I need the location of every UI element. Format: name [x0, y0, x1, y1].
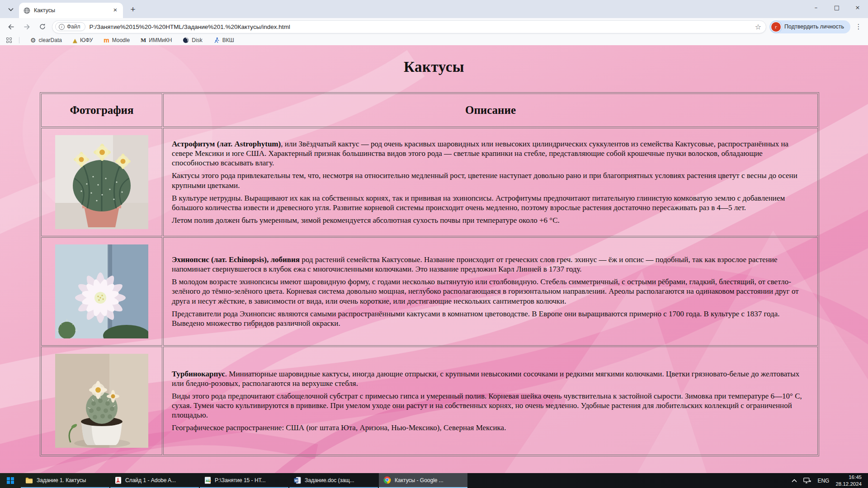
- letter-m-icon: M: [141, 37, 146, 44]
- echinopsis-image: [55, 244, 148, 338]
- back-arrow-icon: [7, 23, 15, 31]
- taskbar-item-chrome[interactable]: Кактусы - Google ...: [379, 473, 467, 488]
- bookmarks-bar: ⚙ clearData ▲ ЮФУ m Moodle M ИММиКН Disk: [0, 35, 868, 45]
- paragraph: Летом полив должен быть умеренным, зимой…: [172, 216, 809, 225]
- bookmark-disk[interactable]: Disk: [183, 37, 202, 43]
- verify-identity-button[interactable]: г Подтвердить личность: [769, 20, 850, 33]
- taskbar-item-label: Задание 1. Кактусы: [37, 477, 86, 483]
- file-scheme-label: Файл: [67, 23, 80, 30]
- bookmark-label: Moodle: [112, 37, 130, 43]
- system-tray: ENG 16:45 28.12.2024: [785, 473, 868, 488]
- chrome-icon: [383, 476, 391, 484]
- taskbar-item-label: P:\Занятие 15 - HT...: [215, 477, 266, 483]
- editor-icon: [204, 477, 211, 484]
- reload-button[interactable]: [36, 20, 49, 33]
- triangle-icon: ▲: [73, 38, 77, 43]
- gear-icon: ⚙: [30, 37, 36, 43]
- close-button[interactable]: ×: [847, 0, 868, 14]
- bookmark-yufu[interactable]: ▲ ЮФУ: [73, 37, 93, 43]
- bookmarks-divider: [19, 37, 19, 43]
- taskbar-item-label: Слайд 1 - Adobe A...: [125, 477, 176, 483]
- browser-menu-icon[interactable]: ⋮: [854, 23, 863, 31]
- taskbar-item-editor[interactable]: P:\Занятие 15 - HT...: [200, 473, 288, 488]
- windows-taskbar: Задание 1. Кактусы Слайд 1 - Adobe A... …: [0, 473, 868, 488]
- tab-title: Кактусы: [34, 7, 108, 14]
- forward-arrow-icon: [23, 23, 31, 31]
- start-button[interactable]: [0, 473, 21, 488]
- bookmark-vksh[interactable]: ВКШ: [213, 37, 234, 43]
- paragraph: Географическое распространение: США (юг …: [172, 423, 809, 432]
- paragraph: В молодом возрасте эхинопсисы имеют шаро…: [172, 277, 809, 305]
- page-title: Кактусы: [0, 45, 868, 75]
- taskbar-item-acrobat[interactable]: Слайд 1 - Adobe A...: [110, 473, 199, 488]
- apps-grid-icon[interactable]: [6, 38, 12, 43]
- language-indicator[interactable]: ENG: [817, 478, 829, 484]
- paragraph: Кактусы этого рода привлекательны тем, ч…: [172, 171, 809, 190]
- astrophytum-photo: [41, 128, 162, 236]
- tab-search-button[interactable]: [5, 3, 17, 16]
- column-header-description: Описание: [163, 94, 818, 127]
- verify-identity-label: Подтвердить личность: [784, 23, 844, 30]
- table-header-row: Фотография Описание: [41, 94, 818, 127]
- turbinicarpus-description: Турбинокарпус. Миниатюрные шаровидные ка…: [163, 347, 818, 455]
- species-name: Астрофитум (лат. Astrophytum): [172, 140, 281, 148]
- table-row: Эхинопсис (лат. Echinopsis), лобивия род…: [41, 237, 818, 346]
- minimize-button[interactable]: –: [806, 0, 826, 14]
- cactus-table: Фотография Описание: [40, 92, 819, 456]
- new-tab-button[interactable]: +: [127, 3, 139, 16]
- runner-icon: [213, 37, 220, 43]
- taskbar-item-label: Кактусы - Google ...: [395, 477, 443, 483]
- bookmark-label: ИММиКН: [149, 37, 172, 43]
- globe-icon: [24, 7, 30, 14]
- info-icon: i: [59, 24, 65, 30]
- reload-icon: [39, 23, 46, 30]
- species-text: . Миниатюрные шаровидные кактусы, иногда…: [172, 370, 799, 388]
- astrophytum-description: Астрофитум (лат. Astrophytum), или Звёзд…: [163, 128, 818, 236]
- echinopsis-photo: [41, 237, 162, 346]
- table-row: Турбинокарпус. Миниатюрные шаровидные ка…: [41, 347, 818, 455]
- address-bar[interactable]: i Файл P:/Занятие%2015%20-%20HTML/Задани…: [52, 20, 766, 33]
- astrophytum-image: [55, 135, 148, 229]
- acrobat-icon: [115, 477, 122, 484]
- species-name: Турбинокарпус: [172, 370, 225, 378]
- bookmark-cleardata[interactable]: ⚙ clearData: [30, 37, 62, 43]
- disk-icon: [183, 37, 189, 43]
- windows-logo-icon: [7, 477, 14, 484]
- bookmark-moodle[interactable]: m Moodle: [104, 37, 130, 44]
- paragraph: Виды этого рода предпочитают слабощелочн…: [172, 391, 809, 420]
- folder-icon: [25, 477, 33, 483]
- bookmark-label: ВКШ: [222, 37, 234, 43]
- bookmark-immikn[interactable]: M ИММиКН: [141, 37, 172, 44]
- column-header-photo: Фотография: [41, 94, 162, 127]
- species-name: Эхинопсис (лат. Echinopsis), лобивия: [172, 255, 300, 264]
- browser-window: Кактусы × + – □ × i Файл P:/За: [0, 0, 868, 488]
- tab-close-icon[interactable]: ×: [111, 6, 119, 14]
- moodle-icon: m: [104, 37, 109, 44]
- tab-kaktusy[interactable]: Кактусы ×: [19, 3, 123, 18]
- network-icon[interactable]: [803, 478, 811, 483]
- clock[interactable]: 16:45 28.12.2024: [835, 474, 862, 488]
- window-controls: – □ ×: [806, 0, 868, 14]
- profile-avatar: г: [771, 22, 781, 32]
- maximize-button[interactable]: □: [826, 0, 847, 14]
- web-page: Кактусы Фотография Описание: [0, 45, 868, 473]
- taskbar-item-label: Задание.doc (защ...: [305, 477, 354, 483]
- svg-text:W: W: [294, 479, 298, 483]
- word-icon: W: [294, 477, 301, 484]
- bookmark-star-icon[interactable]: ☆: [755, 23, 761, 31]
- tray-chevron-up-icon[interactable]: [792, 479, 797, 483]
- file-scheme-chip[interactable]: i Файл: [55, 22, 85, 31]
- table-row: Астрофитум (лат. Astrophytum), или Звёзд…: [41, 128, 818, 236]
- turbinicarpus-image: [55, 354, 148, 448]
- taskbar-item-word[interactable]: W Задание.doc (защ...: [289, 473, 378, 488]
- browser-toolbar: i Файл P:/Занятие%2015%20-%20HTML/Задани…: [0, 18, 868, 35]
- tab-strip: Кактусы × + – □ ×: [0, 0, 868, 18]
- paragraph: В культуре нетрудны. Выращивают их как н…: [172, 193, 809, 212]
- taskbar-item-folder[interactable]: Задание 1. Кактусы: [21, 473, 109, 488]
- clock-time: 16:45: [835, 474, 862, 481]
- echinopsis-description: Эхинопсис (лат. Echinopsis), лобивия род…: [163, 237, 818, 346]
- bookmark-label: Disk: [192, 37, 202, 43]
- chevron-down-icon: [8, 8, 14, 11]
- forward-button[interactable]: [20, 20, 33, 33]
- back-button[interactable]: [5, 20, 17, 33]
